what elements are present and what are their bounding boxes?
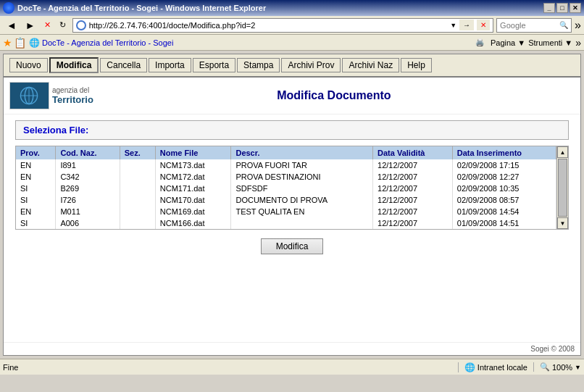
fav-link[interactable]: DocTe - Agenzia del Territorio - Sogei [42,38,173,47]
table-row[interactable]: SI B269 NCM171.dat SDFSDF 12/12/2007 02/… [16,183,556,194]
cell-cod-naz: I891 [56,159,120,171]
cell-descr: DOCUMENTO DI PROVA [231,194,373,206]
title-bar: DocTe - Agenzia del Territorio - Sogei -… [0,0,584,16]
cell-sez [120,171,155,183]
window-title: DocTe - Agenzia del Territorio - Sogei -… [17,4,266,12]
cell-nome-file: NCM173.dat [155,159,231,171]
cell-data-inserimento: 02/09/2008 08:57 [452,194,556,206]
modifica-toolbar-button[interactable]: Modifica [49,57,99,73]
cell-descr: TEST QUALITA EN [231,206,373,217]
cell-nome-file: NCM169.dat [155,206,231,217]
rss-icon: 📋 [14,37,26,49]
cell-data-inserimento: 02/09/2008 17:15 [452,159,556,171]
window-controls[interactable]: _ □ ✕ [543,3,581,13]
cell-sez [120,194,155,206]
refresh-button[interactable]: ↻ [56,19,70,31]
print-button[interactable]: 🖨️ [472,37,488,48]
page-area: Nuovo Modifica Cancella Importa Esporta … [0,51,584,359]
close-button[interactable]: ✕ [570,3,581,13]
table-row[interactable]: SI I726 NCM170.dat DOCUMENTO DI PROVA 12… [16,194,556,206]
cell-nome-file: NCM170.dat [155,194,231,206]
cell-data-validita: 12/12/2007 [373,159,453,171]
cell-prov: SI [16,217,56,229]
scrollbar[interactable]: ▲ ▼ [556,146,568,229]
modifica-btn-area: Modifica [4,233,580,260]
archivi-prov-button[interactable]: Archivi Prov [281,58,341,72]
esporta-button[interactable]: Esporta [193,58,235,72]
cell-data-validita: 12/12/2007 [373,194,453,206]
scroll-thumb[interactable] [558,159,567,217]
address-bar[interactable]: ▼ → ✕ [72,18,493,33]
search-bar[interactable]: 🔍 [496,18,572,33]
cell-nome-file: NCM171.dat [155,183,231,194]
cell-data-inserimento: 02/09/2008 10:35 [452,183,556,194]
col-prov: Prov. [16,146,56,159]
stampa-button[interactable]: Stampa [237,58,280,72]
importa-button[interactable]: Importa [149,58,191,72]
data-table: Prov. Cod. Naz. Sez. Nome File Descr. Da… [16,146,556,229]
cell-data-validita: 12/12/2007 [373,217,453,229]
cell-prov: SI [16,183,56,194]
zoom-status[interactable]: 🔍 100% ▼ [533,362,581,372]
cancella-button[interactable]: Cancella [100,58,147,72]
page-title: Modifica Documento [277,89,391,101]
pagina-menu[interactable]: Pagina ▼ [491,38,525,47]
page-footer: Sogei © 2008 [4,342,580,355]
cell-descr: PROVA DESTINAZIONI [231,171,373,183]
col-data-validita: Data Validità [373,146,453,159]
status-text: Fine [3,363,18,372]
extras-button2[interactable]: » [575,37,581,49]
cell-cod-naz: B269 [56,183,120,194]
logo-text: agenzia del Territorio [52,86,93,105]
table-row[interactable]: SI A006 NCM166.dat 12/12/2007 01/09/2008… [16,217,556,229]
logo-svg [10,82,49,109]
scroll-up-button[interactable]: ▲ [557,146,568,158]
cell-sez [120,217,155,229]
stop-button[interactable]: ✕ [41,19,54,31]
cell-cod-naz: I726 [56,194,120,206]
search-icon[interactable]: 🔍 [559,21,568,29]
cell-sez [120,159,155,171]
help-button[interactable]: Help [401,58,432,72]
address-dropdown[interactable]: ▼ [450,22,456,29]
intranet-label: Intranet locale [477,363,527,372]
star-icon: ★ [3,37,12,49]
nuovo-button[interactable]: Nuovo [9,58,48,72]
cell-data-inserimento: 01/09/2008 14:54 [452,206,556,217]
col-sez: Sez. [120,146,155,159]
cell-sez [120,183,155,194]
logo-image [9,82,49,109]
back-button[interactable]: ◄ [3,18,20,33]
table-row[interactable]: EN M011 NCM169.dat TEST QUALITA EN 12/12… [16,206,556,217]
table-row[interactable]: EN I891 NCM173.dat PROVA FUORI TAR 12/12… [16,159,556,171]
extras-button[interactable]: » [575,19,581,32]
forward-button[interactable]: ► [22,18,39,33]
cell-descr: PROVA FUORI TAR [231,159,373,171]
intranet-status: 🌐 Intranet locale [458,362,527,372]
page-title-area: Modifica Documento [93,89,575,102]
footer-text: Sogei © 2008 [530,345,575,353]
cell-prov: SI [16,194,56,206]
table-container: Prov. Cod. Naz. Sez. Nome File Descr. Da… [15,146,569,230]
seleziona-label: Seleziona File: [23,125,88,135]
zoom-dropdown-icon[interactable]: ▼ [575,364,581,371]
table-row[interactable]: EN C342 NCM172.dat PROVA DESTINAZIONI 12… [16,171,556,183]
cell-prov: EN [16,206,56,217]
stop-button2[interactable]: ✕ [477,20,490,30]
table-header-row: Prov. Cod. Naz. Sez. Nome File Descr. Da… [16,146,556,159]
go-button[interactable]: → [459,20,474,30]
content-page: Nuovo Modifica Cancella Importa Esporta … [3,54,581,356]
cell-descr: SDFSDF [231,183,373,194]
url-input[interactable] [89,21,447,30]
cell-nome-file: NCM166.dat [155,217,231,229]
archivi-naz-button[interactable]: Archivi Naz [342,58,399,72]
cell-nome-file: NCM172.dat [155,171,231,183]
cell-data-validita: 12/12/2007 [373,171,453,183]
minimize-button[interactable]: _ [543,3,555,13]
scroll-down-button[interactable]: ▼ [557,217,568,229]
search-input[interactable] [500,21,558,30]
cell-cod-naz: A006 [56,217,120,229]
strumenti-menu[interactable]: Strumenti ▼ [528,38,572,47]
maximize-button[interactable]: □ [556,3,568,13]
modifica-button[interactable]: Modifica [261,238,324,254]
